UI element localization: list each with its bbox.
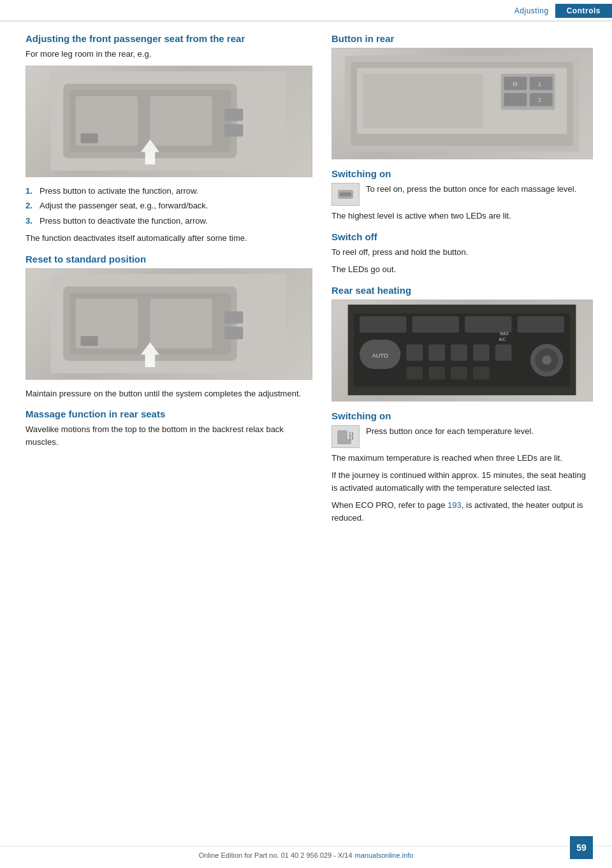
switching-on-heading-2: Switching on xyxy=(332,410,593,421)
svg-rect-6 xyxy=(225,124,244,136)
svg-rect-32 xyxy=(340,192,351,196)
svg-rect-49 xyxy=(407,367,423,380)
switch-off-text2: The LEDs go out. xyxy=(332,263,593,276)
svg-rect-46 xyxy=(451,345,468,361)
eco-text: When ECO PRO, refer to page 193, is acti… xyxy=(332,499,593,524)
journey-text: If the journey is continued within appro… xyxy=(332,469,593,494)
page-number: 59 xyxy=(570,836,593,859)
svg-rect-4 xyxy=(150,96,212,146)
footer-text: Online Edition for Part no. 01 40 2 956 … xyxy=(199,851,353,859)
svg-rect-47 xyxy=(473,345,490,361)
section3-text: Wavelike motions from the top to the bot… xyxy=(26,423,312,448)
page-footer: Online Edition for Part no. 01 40 2 956 … xyxy=(0,846,612,859)
svg-text:A/C: A/C xyxy=(499,337,506,342)
steps-list: 1. Press button to activate the function… xyxy=(26,185,312,228)
svg-rect-45 xyxy=(429,345,446,361)
max-temp-text: The maximum temperature is reached when … xyxy=(332,452,593,465)
svg-rect-13 xyxy=(150,299,212,349)
section2-heading: Reset to standard position xyxy=(26,254,312,264)
page-header: Adjusting Controls xyxy=(0,0,612,22)
step-2: 2. Adjust the passenger seat, e.g., forw… xyxy=(26,199,312,212)
svg-rect-24 xyxy=(504,93,527,106)
svg-rect-5 xyxy=(225,109,244,121)
rear-seat-heating-image: AUTO MAX xyxy=(332,300,593,401)
svg-rect-44 xyxy=(407,345,423,361)
svg-rect-38 xyxy=(518,317,564,333)
section1-intro: For more leg room in the rear, e.g. xyxy=(26,48,312,61)
svg-rect-36 xyxy=(412,317,459,333)
left-column: Adjusting the front passenger seat from … xyxy=(26,33,312,529)
main-content: Adjusting the front passenger seat from … xyxy=(0,22,612,535)
header-adjusting-label: Adjusting xyxy=(514,6,555,15)
reset-position-image xyxy=(26,268,312,380)
header-controls-label: Controls xyxy=(555,4,612,18)
svg-rect-14 xyxy=(225,312,244,324)
massage-icon xyxy=(332,183,360,206)
svg-rect-52 xyxy=(473,367,490,380)
switch-off-text1: To reel off, press and hold the button. xyxy=(332,246,593,259)
svg-rect-57 xyxy=(337,439,351,444)
svg-text:1: 1 xyxy=(539,80,542,87)
switching-on-text-2: Press button once for each temperature l… xyxy=(366,425,593,438)
section3-heading: Massage function in rear seats xyxy=(26,409,312,419)
step-1: 1. Press button to activate the function… xyxy=(26,185,312,198)
svg-rect-51 xyxy=(451,367,468,380)
svg-rect-17 xyxy=(81,336,98,346)
svg-rect-48 xyxy=(495,345,512,361)
svg-text:M: M xyxy=(513,80,518,87)
svg-rect-8 xyxy=(81,133,98,143)
step-3: 3. Press button to deactivate the functi… xyxy=(26,215,312,228)
button-in-rear-image: M 1 2 xyxy=(332,48,593,159)
seat-heat-icon xyxy=(332,425,360,448)
svg-rect-50 xyxy=(429,367,446,380)
footer-site: manualsonline.info xyxy=(355,851,414,859)
svg-text:MAX: MAX xyxy=(500,331,510,336)
rear-seat-heating-heading: Rear seat heating xyxy=(332,285,593,296)
svg-text:AUTO: AUTO xyxy=(372,352,388,359)
right-column: Button in rear M 1 2 xyxy=(332,33,593,529)
switching-on-icon-row-1: To reel on, press the button once for ea… xyxy=(332,183,593,206)
seat-adjustment-image xyxy=(26,66,312,177)
section1-heading: Adjusting the front passenger seat from … xyxy=(26,33,312,44)
switching-on-text-1: To reel on, press the button once for ea… xyxy=(366,183,593,196)
svg-text:2: 2 xyxy=(539,97,542,103)
section2-text: Maintain pressure on the button until th… xyxy=(26,387,312,400)
highest-level-text: The highest level is active when two LED… xyxy=(332,210,593,222)
switching-on-icon-row-2: Press button once for each temperature l… xyxy=(332,425,593,448)
switching-on-heading-1: Switching on xyxy=(332,168,593,179)
svg-point-43 xyxy=(543,356,552,365)
svg-rect-35 xyxy=(360,317,406,333)
svg-rect-37 xyxy=(465,317,512,333)
switch-off-heading: Switch off xyxy=(332,231,593,242)
svg-rect-29 xyxy=(363,73,483,127)
eco-page-link[interactable]: 193 xyxy=(448,500,462,510)
svg-rect-15 xyxy=(225,327,244,339)
section1-note: The function deactivates itself automati… xyxy=(26,232,312,245)
button-in-rear-heading: Button in rear xyxy=(332,33,593,44)
